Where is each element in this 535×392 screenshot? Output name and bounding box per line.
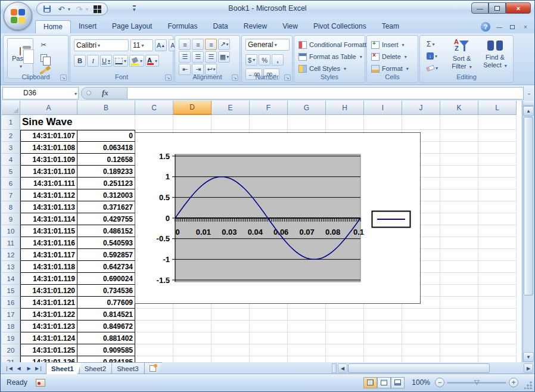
zoom-slider-thumb[interactable]: ▽ xyxy=(474,378,479,386)
cell[interactable] xyxy=(440,321,478,332)
cell[interactable] xyxy=(478,332,517,344)
cell-value[interactable]: 0 xyxy=(77,130,135,142)
cell[interactable] xyxy=(440,344,478,356)
cell[interactable] xyxy=(288,356,326,362)
cut-button[interactable]: ✂ xyxy=(37,39,50,51)
cell[interactable] xyxy=(250,332,288,344)
scroll-down-button[interactable]: ▼ xyxy=(523,352,534,362)
row-header-3[interactable]: 3 xyxy=(2,142,20,154)
cell[interactable] xyxy=(478,285,517,297)
font-size-combo[interactable]: 11 xyxy=(130,39,153,51)
vertical-scroll-track[interactable] xyxy=(523,296,534,352)
cell[interactable] xyxy=(211,321,250,332)
cell[interactable] xyxy=(250,356,288,362)
cell-value[interactable]: 0.814521 xyxy=(77,309,135,321)
cell[interactable] xyxy=(250,115,288,130)
cell-time[interactable]: 14:31:01.124 xyxy=(20,332,77,344)
cell-time[interactable]: 14:31:01.120 xyxy=(20,285,77,297)
tab-data[interactable]: Data xyxy=(205,20,235,33)
close-button[interactable]: × xyxy=(506,2,531,14)
cell[interactable] xyxy=(402,309,440,321)
cell[interactable] xyxy=(326,356,364,362)
scroll-left-button[interactable]: ◀ xyxy=(338,363,347,373)
cell[interactable] xyxy=(288,115,326,130)
cell[interactable] xyxy=(288,344,326,356)
cell[interactable] xyxy=(288,321,326,332)
vertical-scrollbar[interactable]: ▲ ▼ xyxy=(522,101,534,362)
fill-button[interactable]: ↓ xyxy=(425,51,443,61)
scroll-up-button[interactable]: ▲ xyxy=(523,106,534,116)
cell-time[interactable]: 14:31:01.111 xyxy=(20,178,77,189)
row-header-1[interactable]: 1 xyxy=(2,115,20,130)
grow-font-button[interactable]: A▲ xyxy=(155,39,167,51)
cell[interactable] xyxy=(173,321,211,332)
minimize-button[interactable]: — xyxy=(471,2,489,14)
cell[interactable] xyxy=(440,142,478,154)
zoom-in-button[interactable]: + xyxy=(509,378,518,387)
cell[interactable] xyxy=(135,332,173,344)
sort-filter-button[interactable]: AZ Sort & Filter xyxy=(446,38,477,71)
autosum-button[interactable]: Σ xyxy=(425,39,443,49)
cell-value[interactable]: 0.881402 xyxy=(77,332,135,344)
cell[interactable] xyxy=(211,309,250,321)
cell[interactable] xyxy=(211,332,250,344)
cell-time[interactable]: 14:31:01.126 xyxy=(20,356,77,362)
comma-style-button[interactable]: , xyxy=(272,54,284,66)
row-header-10[interactable]: 10 xyxy=(2,225,20,237)
cell[interactable] xyxy=(440,213,478,225)
cell[interactable] xyxy=(211,344,250,356)
paste-button[interactable]: Paste xyxy=(7,38,33,79)
bold-button[interactable]: B xyxy=(74,55,86,67)
cell[interactable] xyxy=(326,344,364,356)
restore-button[interactable] xyxy=(489,2,506,14)
tab-review[interactable]: Review xyxy=(236,20,275,33)
cell[interactable] xyxy=(135,321,173,332)
cell[interactable] xyxy=(478,225,517,237)
align-right-button[interactable]: ☰ xyxy=(205,51,217,63)
row-header-15[interactable]: 15 xyxy=(2,285,20,297)
cell[interactable] xyxy=(288,332,326,344)
cell[interactable] xyxy=(478,154,517,166)
cell[interactable] xyxy=(478,201,517,213)
font-color-button[interactable]: A xyxy=(145,55,159,67)
number-dialog-launcher[interactable]: ↘ xyxy=(284,74,291,81)
row-header-9[interactable]: 9 xyxy=(2,213,20,225)
tab-page-layout[interactable]: Page Layout xyxy=(104,20,160,33)
cell[interactable] xyxy=(440,261,478,273)
cell[interactable] xyxy=(440,178,478,189)
column-header-F[interactable]: F xyxy=(250,101,288,115)
cell-value[interactable]: 0.189233 xyxy=(77,166,135,178)
cell[interactable] xyxy=(402,321,440,332)
cell-value[interactable]: 0.486152 xyxy=(77,225,135,237)
cell-value[interactable]: 0.849672 xyxy=(77,321,135,332)
row-header-8[interactable]: 8 xyxy=(2,201,20,213)
cell-time[interactable]: 14:31:01.119 xyxy=(20,273,77,285)
cell[interactable] xyxy=(440,356,478,362)
workbook-close-button[interactable]: × xyxy=(521,24,530,30)
cell[interactable] xyxy=(250,321,288,332)
cell-value[interactable]: 0.063418 xyxy=(77,142,135,154)
column-header-I[interactable]: I xyxy=(364,101,402,115)
horizontal-split-handle[interactable] xyxy=(332,363,337,373)
cell[interactable] xyxy=(440,201,478,213)
cell[interactable] xyxy=(326,321,364,332)
alignment-dialog-launcher[interactable]: ↘ xyxy=(232,74,238,81)
cell[interactable] xyxy=(478,249,517,261)
normal-view-button[interactable] xyxy=(363,377,377,388)
cell[interactable] xyxy=(211,356,250,362)
row-header-13[interactable]: 13 xyxy=(2,261,20,273)
column-header-A[interactable]: A xyxy=(20,101,77,115)
orientation-button[interactable]: ↗ xyxy=(218,39,230,50)
sheet-tab-sheet3[interactable]: Sheet3 xyxy=(111,362,146,374)
align-top-button[interactable]: ≡ xyxy=(179,39,191,50)
workbook-minimize-button[interactable]: — xyxy=(495,24,503,30)
cell-time[interactable]: 14:31:01.115 xyxy=(20,225,77,237)
percent-style-button[interactable]: % xyxy=(259,54,270,66)
help-button[interactable]: ? xyxy=(481,22,490,32)
fill-color-button[interactable] xyxy=(129,55,144,67)
column-header-B[interactable]: B xyxy=(77,101,135,115)
accounting-format-button[interactable]: $ xyxy=(245,54,257,66)
cell[interactable] xyxy=(478,273,517,285)
cell-time[interactable]: 14:31:01.113 xyxy=(20,201,77,213)
horizontal-scroll-track[interactable] xyxy=(490,363,524,373)
